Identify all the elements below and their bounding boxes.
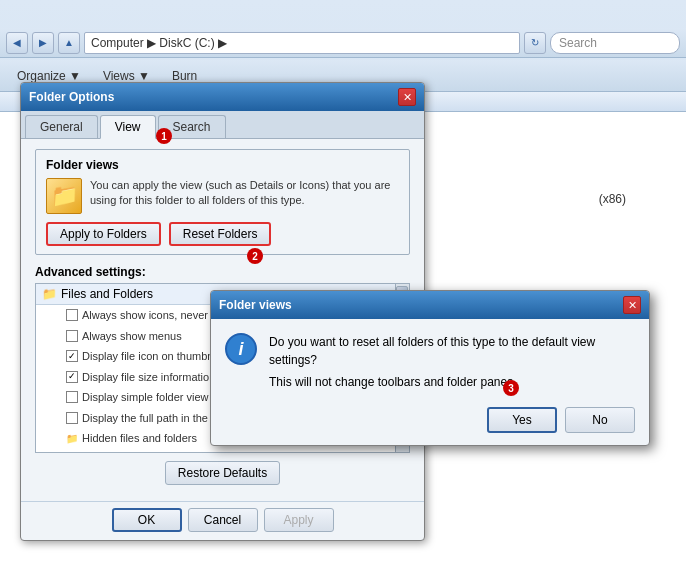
content-text: (x86) (599, 192, 626, 206)
info-icon: i (225, 333, 257, 365)
confirm-buttons: Yes No (211, 403, 649, 445)
restore-defaults-button[interactable]: Restore Defaults (165, 461, 280, 485)
file-icon-label: Display file icon on thumbnails (82, 348, 230, 365)
confirm-message-line1: Do you want to reset all folders of this… (269, 333, 635, 369)
tab-view[interactable]: View (100, 115, 156, 139)
file-icon-checkbox[interactable] (66, 350, 78, 362)
folder-options-title: Folder Options (29, 90, 114, 104)
up-button[interactable]: ▲ (58, 32, 80, 54)
folder-options-titlebar: Folder Options ✕ (21, 83, 424, 111)
tab-general[interactable]: General (25, 115, 98, 138)
search-box[interactable]: Search (550, 32, 680, 54)
cancel-button[interactable]: Cancel (188, 508, 258, 532)
refresh-button[interactable]: ↻ (524, 32, 546, 54)
forward-button[interactable]: ▶ (32, 32, 54, 54)
restore-btn-row: Restore Defaults (35, 461, 410, 485)
search-placeholder: Search (559, 36, 597, 50)
confirm-title: Folder views (219, 298, 292, 312)
confirm-message: Do you want to reset all folders of this… (269, 333, 635, 391)
tree-root-label: Files and Folders (61, 287, 153, 301)
address-bar: ◀ ▶ ▲ Computer ▶ DiskC (C:) ▶ ↻ Search (0, 28, 686, 58)
reset-folders-button[interactable]: Reset Folders (169, 222, 272, 246)
folder-views-description: You can apply the view (such as Details … (90, 178, 399, 209)
address-text: Computer ▶ DiskC (C:) ▶ (91, 36, 227, 50)
confirm-message-line2: This will not change toolbars and folder… (269, 373, 635, 391)
apply-button[interactable]: Apply (264, 508, 334, 532)
apply-to-folders-button[interactable]: Apply to Folders (46, 222, 161, 246)
folder-views-buttons: Apply to Folders Reset Folders (46, 222, 399, 246)
confirm-content: i Do you want to reset all folders of th… (211, 319, 649, 403)
marker-1: 1 (156, 128, 172, 144)
full-path-checkbox[interactable] (66, 412, 78, 424)
confirm-titlebar: Folder views ✕ (211, 291, 649, 319)
no-button[interactable]: No (565, 407, 635, 433)
marker-3: 3 (503, 380, 519, 396)
confirm-close-button[interactable]: ✕ (623, 296, 641, 314)
no-hidden-label: Do not show hidden files... (102, 451, 231, 454)
folder-views-title: Folder views (46, 158, 399, 172)
ok-button[interactable]: OK (112, 508, 182, 532)
always-menus-checkbox[interactable] (66, 330, 78, 342)
folder-views-section: Folder views 📁 You can apply the view (s… (35, 149, 410, 255)
folder-options-close-button[interactable]: ✕ (398, 88, 416, 106)
folder-icon: 📁 (46, 178, 82, 214)
yes-button[interactable]: Yes (487, 407, 557, 433)
back-button[interactable]: ◀ (6, 32, 28, 54)
folder-views-confirm-dialog: Folder views ✕ i Do you want to reset al… (210, 290, 650, 446)
tree-item-no-hidden: Do not show hidden files... (36, 449, 409, 454)
marker-2: 2 (247, 248, 263, 264)
file-size-checkbox[interactable] (66, 371, 78, 383)
hidden-files-group-label: Hidden files and folders (82, 430, 197, 447)
bottom-buttons: OK Cancel Apply (21, 501, 424, 540)
advanced-settings-label: Advanced settings: (35, 265, 410, 279)
address-path[interactable]: Computer ▶ DiskC (C:) ▶ (84, 32, 520, 54)
folder-views-inner: 📁 You can apply the view (such as Detail… (46, 178, 399, 214)
folder-options-tabs: General View Search (21, 111, 424, 139)
always-icons-checkbox[interactable] (66, 309, 78, 321)
always-menus-label: Always show menus (82, 328, 182, 345)
simple-folder-checkbox[interactable] (66, 391, 78, 403)
